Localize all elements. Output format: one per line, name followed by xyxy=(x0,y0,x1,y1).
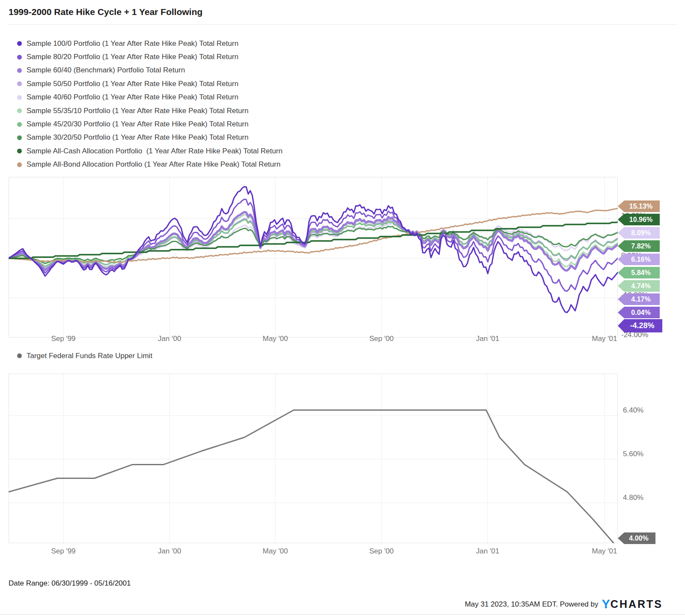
fed-rate-legend: Target Federal Funds Rate Upper Limit xyxy=(17,349,152,362)
legend-dot-icon xyxy=(17,108,22,113)
x-tick-label: Jan '00 xyxy=(158,335,181,343)
ycharts-logo[interactable]: Y CHARTS xyxy=(602,597,663,611)
ycharts-chart-page: 1999-2000 Rate Hike Cycle + 1 Year Follo… xyxy=(0,0,685,616)
y-tick-label: 6.40% xyxy=(623,406,643,415)
value-flag: 4.00% xyxy=(618,532,655,544)
x-tick-label: Jan '00 xyxy=(158,547,181,556)
legend-item-label: Sample 45/20/30 Portfolio (1 Year After … xyxy=(27,120,248,129)
legend-item-label: Sample 50/50 Portfolio (1 Year After Rat… xyxy=(27,80,238,88)
legend-item-5[interactable]: Sample 55/35/10 Portfolio (1 Year After … xyxy=(17,104,283,117)
value-flag: 4.74% xyxy=(618,280,660,292)
legend-item-3[interactable]: Sample 50/50 Portfolio (1 Year After Rat… xyxy=(17,77,283,90)
portfolio-returns-chart[interactable] xyxy=(9,177,618,338)
legend-item-label: Sample 55/35/10 Portfolio (1 Year After … xyxy=(27,107,248,115)
value-flag: 10.96% xyxy=(618,214,660,225)
value-flag: 5.84% xyxy=(618,267,660,278)
x-tick-label: May '00 xyxy=(263,547,288,556)
x-tick-label: May '01 xyxy=(592,335,617,343)
fed-rate-line[interactable] xyxy=(9,410,616,543)
legend-item-label: Sample 40/60 Portfolio (1 Year After Rat… xyxy=(27,93,238,102)
bottom-divider xyxy=(0,614,685,615)
value-flag: 7.82% xyxy=(618,240,660,252)
legend-dot-icon xyxy=(17,162,22,167)
x-tick-label: Sep '99 xyxy=(51,547,75,556)
legend-dot-icon xyxy=(17,135,22,140)
legend-item-9[interactable]: Sample All-Bond Allocation Portfolio (1 … xyxy=(17,158,283,171)
legend-item-8[interactable]: Sample All-Cash Allocation Portfolio (1 … xyxy=(17,144,283,158)
series-line[interactable] xyxy=(9,199,618,291)
legend-dot-icon xyxy=(17,81,22,86)
legend-dot-icon xyxy=(17,55,22,60)
title-divider xyxy=(9,24,676,25)
y-tick-label: 5.60% xyxy=(623,450,643,458)
timestamp: May 31 2023, 10:35AM EDT. Powered by xyxy=(465,600,599,609)
legend-item-label: Sample 30/20/50 Portfolio (1 Year After … xyxy=(27,133,248,142)
value-flag: -4.28% xyxy=(618,319,662,332)
legend-item-label: Sample All-Cash Allocation Portfolio (1 … xyxy=(27,147,283,155)
legend-item-label: Sample 60/40 (Benchmark) Portfolio Total… xyxy=(27,66,185,75)
value-flag: 0.04% xyxy=(618,307,660,318)
date-range-label: Date Range: 06/30/1999 - 05/16/2001 xyxy=(9,579,131,588)
legend-item-label: Sample 100/0 Portfolio (1 Year After Rat… xyxy=(27,39,238,48)
legend-item-2[interactable]: Sample 60/40 (Benchmark) Portfolio Total… xyxy=(17,64,283,77)
legend-dot-icon xyxy=(17,149,22,153)
footer: May 31 2023, 10:35AM EDT. Powered by Y C… xyxy=(465,597,663,611)
legend-item-label: Target Federal Funds Rate Upper Limit xyxy=(27,352,152,360)
y-tick-label: 4.80% xyxy=(623,493,643,502)
legend-item-6[interactable]: Sample 45/20/30 Portfolio (1 Year After … xyxy=(17,117,283,131)
legend-item-1[interactable]: Sample 80/20 Portfolio (1 Year After Rat… xyxy=(17,50,283,63)
ycharts-logo-charts: CHARTS xyxy=(611,598,663,610)
x-tick-label: Sep '00 xyxy=(369,335,393,343)
legend-item-label: Sample 80/20 Portfolio (1 Year After Rat… xyxy=(27,53,238,61)
ycharts-logo-y: Y xyxy=(602,597,610,611)
legend-dot-icon xyxy=(17,353,22,358)
legend-item-0[interactable]: Sample 100/0 Portfolio (1 Year After Rat… xyxy=(17,37,283,50)
legend-item-0[interactable]: Target Federal Funds Rate Upper Limit xyxy=(17,349,152,362)
x-tick-label: May '00 xyxy=(263,335,288,343)
legend-item-7[interactable]: Sample 30/20/50 Portfolio (1 Year After … xyxy=(17,131,283,144)
x-tick-label: Jan '01 xyxy=(476,547,499,556)
x-tick-label: Jan '01 xyxy=(476,335,499,343)
legend-item-4[interactable]: Sample 40/60 Portfolio (1 Year After Rat… xyxy=(17,91,283,104)
page-title: 1999-2000 Rate Hike Cycle + 1 Year Follo… xyxy=(9,7,203,17)
value-flag: 15.13% xyxy=(618,200,660,212)
legend-dot-icon xyxy=(17,95,22,100)
value-flag: 4.17% xyxy=(618,293,660,305)
fed-funds-rate-chart[interactable] xyxy=(9,374,618,543)
portfolio-legend: Sample 100/0 Portfolio (1 Year After Rat… xyxy=(17,37,283,171)
legend-dot-icon xyxy=(17,68,22,73)
legend-item-label: Sample All-Bond Allocation Portfolio (1 … xyxy=(27,160,280,169)
value-flag: 6.16% xyxy=(618,254,660,265)
value-flag: 8.09% xyxy=(618,227,660,239)
x-tick-label: May '01 xyxy=(592,547,617,556)
x-tick-label: Sep '00 xyxy=(369,547,393,556)
legend-dot-icon xyxy=(17,122,22,127)
x-tick-label: Sep '99 xyxy=(51,335,75,343)
legend-dot-icon xyxy=(17,41,22,46)
